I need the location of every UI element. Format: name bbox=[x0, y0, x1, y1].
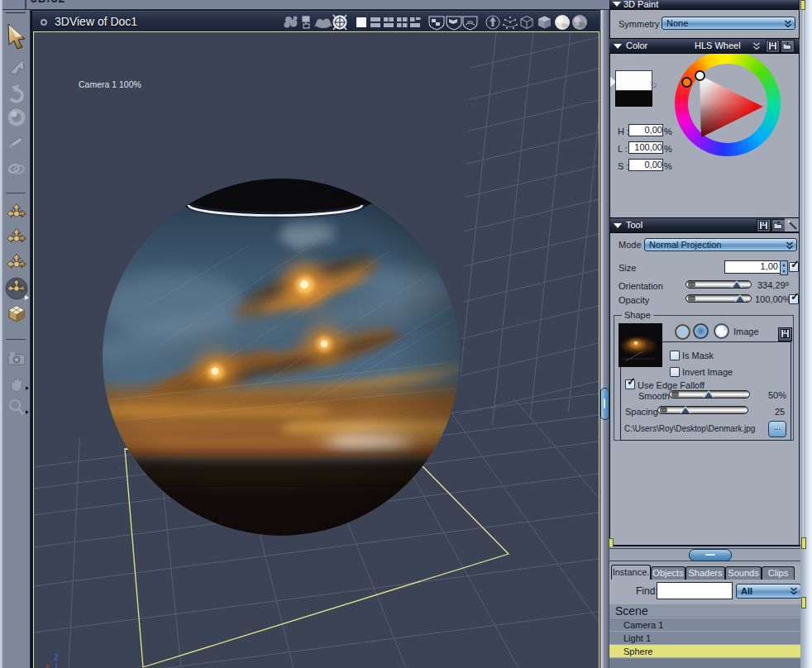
svg-text:x: x bbox=[45, 662, 50, 668]
svg-text:Z: Z bbox=[54, 653, 59, 662]
